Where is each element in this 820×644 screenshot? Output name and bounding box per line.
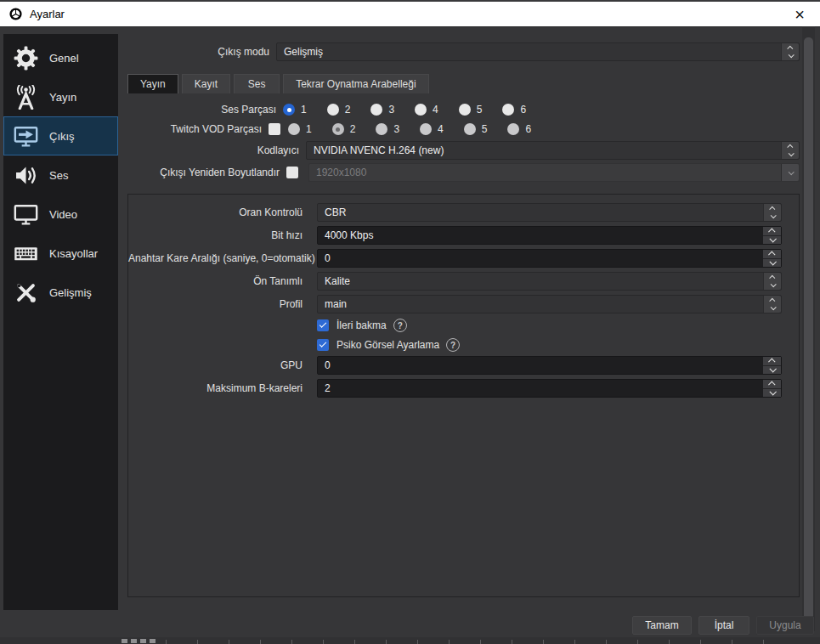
audio-track-radio-3[interactable] (370, 104, 382, 116)
rescale-combo[interactable]: 1920x1080 (308, 163, 800, 182)
twitch-vod-radio-4[interactable] (420, 123, 432, 135)
twitch-vod-checkbox[interactable] (269, 123, 280, 135)
ok-button[interactable]: Tamam (632, 616, 692, 635)
display-icon (14, 202, 38, 227)
tab-label: Ses (248, 78, 266, 90)
twitch-vod-radio-5[interactable] (464, 123, 476, 135)
spin-down-button[interactable] (763, 365, 781, 375)
tools-icon (14, 280, 38, 305)
apply-button-label: Uygula (769, 619, 800, 631)
spinner-buttons[interactable] (763, 296, 781, 313)
sidebar-item-video[interactable]: Video (3, 195, 118, 234)
rescale-checkbox[interactable] (286, 167, 298, 178)
tab-tekrar-oynatma[interactable]: Tekrar Oynatma Arabelleği (283, 74, 428, 93)
twitch-vod-radio-2[interactable] (332, 123, 344, 135)
profile-combo[interactable]: main (317, 295, 782, 314)
gear-icon (14, 46, 38, 71)
rate-control-combo[interactable]: CBR (317, 203, 782, 222)
encoder-combo[interactable]: NVIDIA NVENC H.264 (new) (306, 141, 800, 160)
keyframe-interval-spinbox[interactable]: 0 (317, 249, 782, 268)
rate-control-value: CBR (318, 206, 763, 218)
chevron-up-icon (769, 206, 775, 212)
chevron-up-icon (768, 381, 775, 387)
psycho-visual-checkbox[interactable] (317, 339, 329, 351)
spinner-buttons[interactable] (763, 273, 781, 290)
spinner-buttons[interactable] (781, 43, 799, 60)
output-mode-row: Çıkış modu Gelişmiş (127, 42, 800, 61)
cancel-button[interactable]: İptal (698, 616, 749, 635)
sidebar-item-label: Çıkış (49, 130, 75, 143)
preset-label: Ön Tanımlı (128, 275, 309, 287)
rate-control-label: Oran Kontrolü (128, 206, 309, 218)
display-arrow-icon (14, 124, 38, 149)
spin-up-button[interactable] (763, 357, 781, 365)
scrollbar-handle[interactable] (804, 37, 813, 627)
audio-track-radio-5[interactable] (459, 104, 471, 116)
radio-option-label: 3 (388, 104, 394, 116)
keyframe-interval-label: Anahtar Kare Aralığı (saniye, 0=otomatik… (128, 252, 309, 264)
background-meter-ticks (166, 640, 778, 644)
gpu-spinbox[interactable]: 0 (317, 356, 782, 375)
max-bframes-spinbox[interactable]: 2 (317, 379, 782, 398)
twitch-vod-radio-3[interactable] (376, 123, 387, 135)
ok-button-label: Tamam (645, 619, 678, 631)
chevron-down-icon (770, 304, 776, 310)
chevron-up-icon (768, 358, 775, 364)
sidebar-item-ses[interactable]: Ses (3, 155, 118, 195)
sidebar-item-cikis[interactable]: Çıkış (3, 116, 118, 155)
chevron-down-icon (769, 388, 776, 395)
dropdown-button[interactable] (781, 164, 799, 181)
radio-option-label: 5 (477, 104, 483, 116)
tab-kayit[interactable]: Kayıt (182, 74, 230, 93)
spin-down-button[interactable] (763, 258, 781, 268)
spin-up-button[interactable] (763, 227, 781, 235)
encoder-settings-group: Oran Kontrolü CBR Bit hızı 4000 Kbps (127, 194, 800, 597)
background-meter-blocks (122, 639, 156, 643)
tab-yayin[interactable]: Yayın (127, 74, 178, 93)
sidebar-item-gelismis[interactable]: Gelişmiş (3, 273, 118, 312)
spin-up-button[interactable] (763, 250, 781, 258)
tab-label: Yayın (140, 78, 166, 90)
output-mode-combo[interactable]: Gelişmiş (276, 42, 800, 61)
settings-window: Ayarlar × (0, 0, 820, 644)
spin-down-button[interactable] (763, 388, 781, 398)
lookahead-label: İleri bakma (336, 319, 387, 331)
preset-combo[interactable]: Kalite (317, 272, 782, 291)
audio-track-row: Ses Parçası 1 2 3 4 5 6 (127, 103, 800, 116)
bitrate-label: Bit hızı (128, 229, 309, 241)
help-icon[interactable]: ? (446, 338, 460, 352)
sidebar-item-label: Ses (49, 169, 68, 182)
audio-track-radio-4[interactable] (415, 104, 427, 116)
lookahead-checkbox[interactable] (317, 319, 329, 331)
audio-track-radio-1[interactable] (283, 104, 295, 116)
help-icon[interactable]: ? (393, 319, 407, 332)
output-mode-value: Gelişmiş (277, 46, 781, 58)
bitrate-spinbox[interactable]: 4000 Kbps (317, 226, 782, 245)
twitch-vod-radio-1[interactable] (288, 123, 300, 135)
sidebar-item-kisayollar[interactable]: Kısayollar (3, 234, 118, 273)
twitch-vod-radio-6[interactable] (507, 123, 519, 135)
radio-option-label: 2 (345, 104, 351, 116)
max-bframes-value: 2 (318, 382, 763, 394)
audio-track-radio-2[interactable] (327, 104, 339, 116)
spinner-buttons[interactable] (763, 204, 781, 221)
spin-down-button[interactable] (763, 235, 781, 245)
sidebar-item-yayin[interactable]: Yayın (3, 77, 118, 116)
sidebar-item-genel[interactable]: Genel (3, 38, 118, 77)
tab-ses[interactable]: Ses (234, 74, 280, 93)
radio-option-label: 4 (438, 123, 444, 135)
close-icon[interactable]: × (788, 6, 812, 23)
chevron-up-icon (769, 275, 775, 281)
radio-option-label: 2 (350, 123, 356, 135)
encoder-value: NVIDIA NVENC H.264 (new) (307, 144, 781, 156)
chevron-down-icon (769, 365, 776, 372)
spinner-buttons[interactable] (781, 142, 799, 159)
radio-option-label: 6 (525, 123, 531, 135)
spin-up-button[interactable] (763, 380, 781, 388)
bitrate-value: 4000 Kbps (318, 229, 763, 241)
divider (0, 26, 820, 27)
profile-label: Profil (128, 298, 309, 310)
tab-label: Kayıt (195, 78, 218, 90)
audio-track-radio-6[interactable] (502, 104, 514, 116)
apply-button[interactable]: Uygula (756, 616, 814, 635)
